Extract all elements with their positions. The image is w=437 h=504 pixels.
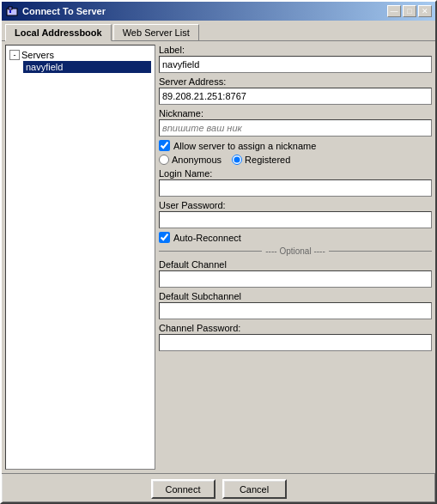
- user-password-input[interactable]: [159, 211, 432, 228]
- allow-assign-row: Allow server to assign a nickname: [159, 140, 432, 151]
- auto-reconnect-row: Auto-Reconnect: [159, 232, 432, 243]
- optional-divider: ---- Optional ----: [159, 246, 432, 256]
- default-channel-label: Default Channel: [159, 259, 432, 270]
- cancel-button[interactable]: Cancel: [222, 479, 287, 499]
- channel-password-group: Channel Password:: [159, 323, 432, 351]
- tree-children: navyfield: [23, 61, 151, 73]
- login-name-input[interactable]: [159, 179, 432, 197]
- expand-icon: -: [9, 50, 20, 60]
- cancel-label: Cancel: [240, 484, 269, 495]
- anonymous-option: Anonymous: [159, 155, 222, 165]
- optional-text: ---- Optional ----: [265, 246, 325, 256]
- tab-local-addressbook[interactable]: Local Addressbook: [5, 24, 112, 41]
- server-tree-panel: - Servers navyfield: [5, 45, 155, 470]
- server-address-label: Server Address:: [159, 76, 432, 87]
- tree-root-label: Servers: [21, 50, 54, 60]
- label-field-group: Label:: [159, 45, 432, 73]
- divider-line-right: [329, 251, 432, 252]
- divider-line-left: [159, 251, 262, 252]
- main-window: Connect To Server — □ ✕ Local Addressboo…: [0, 0, 437, 504]
- auto-reconnect-label: Auto-Reconnect: [173, 233, 241, 243]
- server-address-input[interactable]: [159, 88, 432, 105]
- nickname-group: Nickname:: [159, 108, 432, 137]
- tree-node-navyfield[interactable]: navyfield: [23, 61, 151, 73]
- tab-web-server-list[interactable]: Web Server List: [113, 24, 199, 40]
- registered-option: Registered: [232, 155, 290, 165]
- bottom-buttons: Connect Cancel: [2, 473, 435, 502]
- connect-label: Connect: [166, 484, 201, 495]
- login-name-label: Login Name:: [159, 168, 432, 179]
- registered-radio[interactable]: [232, 155, 242, 165]
- default-subchannel-group: Default Subchannel: [159, 291, 432, 319]
- allow-assign-checkbox[interactable]: [159, 140, 170, 151]
- registered-label: Registered: [245, 155, 290, 165]
- label-input[interactable]: [159, 56, 432, 73]
- label-field-label: Label:: [159, 45, 432, 55]
- server-address-group: Server Address:: [159, 76, 432, 105]
- nickname-input[interactable]: [159, 119, 432, 137]
- close-button[interactable]: ✕: [418, 5, 432, 17]
- default-channel-group: Default Channel: [159, 259, 432, 288]
- auto-reconnect-checkbox[interactable]: [159, 232, 170, 243]
- connect-button[interactable]: Connect: [151, 479, 215, 499]
- allow-assign-label: Allow server to assign a nickname: [173, 141, 316, 151]
- main-area: - Servers navyfield Label: Server Addres…: [2, 40, 435, 473]
- channel-password-input[interactable]: [159, 334, 432, 351]
- tab-bar: Local Addressbook Web Server List: [2, 21, 435, 40]
- svg-rect-2: [9, 10, 11, 13]
- title-bar: Connect To Server — □ ✕: [2, 2, 435, 21]
- default-subchannel-input[interactable]: [159, 302, 432, 319]
- anonymous-label: Anonymous: [172, 155, 222, 165]
- user-password-label: User Password:: [159, 200, 432, 210]
- form-panel: Label: Server Address: Nickname: Allow s…: [159, 45, 432, 470]
- maximize-button[interactable]: □: [403, 5, 416, 17]
- svg-rect-1: [9, 7, 12, 9]
- window-icon: [5, 4, 19, 18]
- auth-radio-row: Anonymous Registered: [159, 155, 432, 165]
- window-title: Connect To Server: [22, 6, 387, 16]
- default-channel-input[interactable]: [159, 270, 432, 288]
- anonymous-radio[interactable]: [159, 155, 169, 165]
- user-password-group: User Password:: [159, 200, 432, 228]
- tree-root-expand[interactable]: - Servers: [9, 49, 151, 61]
- tree-root-group: - Servers navyfield: [9, 49, 151, 73]
- channel-password-label: Channel Password:: [159, 323, 432, 333]
- login-name-group: Login Name:: [159, 168, 432, 197]
- nickname-label: Nickname:: [159, 108, 432, 118]
- minimize-button[interactable]: —: [387, 5, 401, 17]
- default-subchannel-label: Default Subchannel: [159, 291, 432, 301]
- title-buttons: — □ ✕: [387, 5, 432, 17]
